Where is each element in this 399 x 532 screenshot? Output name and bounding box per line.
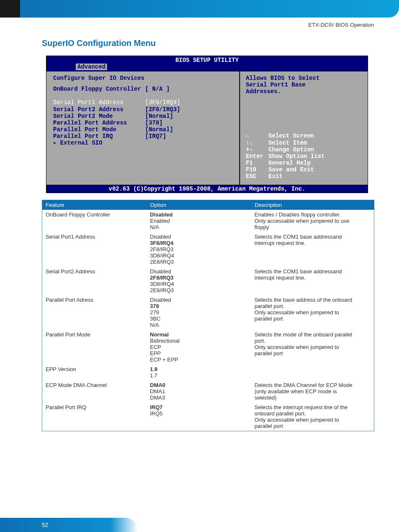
bios-nav-row: F10Save and Exit	[246, 166, 363, 173]
option-cell: Disabled	[147, 210, 251, 218]
table-row: DMA1(only available when ECP mode is	[42, 388, 374, 395]
option-cell: N/A	[147, 224, 251, 232]
bios-setting-label: Serial Port2 Address	[53, 106, 145, 113]
table-row: 378parallel port.	[42, 303, 374, 309]
bios-setting-row[interactable]: Serial Port1 Address[3F8/IRQ4]	[53, 99, 234, 106]
option-cell: Normal	[147, 330, 251, 338]
description-cell	[251, 287, 374, 295]
option-cell: Disabled	[147, 232, 251, 240]
table-row: EnabledOnly accessable when jumpered to …	[42, 218, 374, 224]
bios-setting-row[interactable]: OnBoard Floppy Controller[ N/A ]	[53, 86, 234, 92]
option-cell	[147, 423, 251, 431]
description-cell: Only accessable when jumpered to use	[251, 218, 374, 224]
page-content: SuperIO Configuration Menu BIOS SETUP UT…	[42, 38, 374, 515]
table-row: Bidirectionalport.	[42, 338, 374, 344]
bios-setting-row[interactable]: Serial Port2 Address[2F8/IRQ3]	[53, 106, 234, 113]
option-cell: Enabled	[147, 218, 251, 224]
bios-nav-desc: Show Option list	[269, 153, 325, 160]
description-cell: Only accessable when jumpered to	[251, 309, 374, 316]
option-cell: 378	[147, 303, 251, 309]
description-cell: interrupt request line.	[251, 240, 374, 246]
feature-cell: OnBoard Floppy Controller	[42, 210, 147, 218]
feature-cell: Parallel Port Adress	[42, 295, 147, 303]
feature-cell: Parallel Port Mode	[42, 330, 147, 338]
description-cell: Selects the interrupt request line of th…	[251, 402, 374, 410]
description-cell: onboard parallel port.	[251, 410, 374, 417]
feature-cell	[42, 395, 147, 402]
table-row: EPP Version1.9	[42, 364, 374, 372]
col-option: Option	[147, 200, 251, 210]
option-cell: Disabled	[147, 295, 251, 303]
description-cell	[251, 252, 374, 259]
table-row: Serial Port2 AddressDisabledSelects the …	[42, 267, 374, 275]
option-cell: 2E8/IRQ3	[147, 259, 251, 267]
bios-setting-value: [3F8/IRQ4]	[145, 99, 180, 106]
bios-help-line: Serial Port1 Base	[246, 81, 363, 88]
feature-cell	[42, 388, 147, 395]
bios-nav-row: ESCExit	[246, 173, 363, 180]
table-row: 3D8/IRQ4	[42, 252, 374, 259]
feature-cell	[42, 224, 147, 232]
feature-cell	[42, 350, 147, 356]
feature-cell	[42, 344, 147, 350]
bios-nav-row: F1General Help	[246, 160, 363, 166]
table-row: 3D8/IRQ4	[42, 281, 374, 287]
table-row: Parallel Port IRQIRQ7Selects the interru…	[42, 402, 374, 410]
feature-cell	[42, 252, 147, 259]
page-footer: 52	[0, 518, 138, 532]
description-cell: Enables / Disables floppy controller.	[251, 210, 374, 218]
description-cell: Only accessable when jumpered to	[251, 344, 374, 350]
page-top-band	[0, 0, 399, 18]
table-row: 3F8/IRQ4interrupt request line.	[42, 240, 374, 246]
feature-cell	[42, 240, 147, 246]
table-row: N/A	[42, 322, 374, 330]
feature-cell	[42, 423, 147, 431]
bios-nav-key: F1	[246, 160, 269, 166]
bios-setting-value: [Normal]	[145, 113, 173, 120]
bios-nav-row: ↑↓Select Item	[246, 140, 363, 146]
option-cell: ECP	[147, 344, 251, 350]
table-row: 279Only accessable when jumpered to	[42, 309, 374, 316]
description-cell	[251, 322, 374, 330]
bios-screenshot: BIOS SETUP UTILITY Advanced Configure Su…	[46, 56, 368, 193]
option-table: Feature Option Description OnBoard Flopp…	[42, 200, 374, 431]
description-cell: port.	[251, 338, 374, 344]
description-cell: Selects the COM1 base addressand	[251, 267, 374, 275]
description-cell: floppy	[251, 224, 374, 232]
table-row: Parallel Port AdressDisabledSelects the …	[42, 295, 374, 303]
description-cell	[251, 372, 374, 380]
bios-left-pane: Configure Super IO Devices OnBoard Flopp…	[46, 71, 239, 185]
feature-cell	[42, 356, 147, 364]
feature-cell	[42, 309, 147, 316]
description-cell	[251, 246, 374, 252]
description-cell: Selects the COM1 base addressand	[251, 232, 374, 240]
bios-setting-row[interactable]: Parallel Port IRQ[IRQ7]	[53, 133, 234, 140]
option-cell: 2E8/IRQ3	[147, 287, 251, 295]
option-cell: N/A	[147, 322, 251, 330]
description-cell	[251, 259, 374, 267]
bios-tab-advanced[interactable]: Advanced	[76, 64, 107, 70]
option-cell: 3D8/IRQ4	[147, 252, 251, 259]
bios-setting-label: OnBoard Floppy Controller	[53, 86, 145, 92]
bios-help-line: Addresses.	[246, 88, 363, 95]
bios-nav-desc: Exit	[269, 173, 283, 180]
option-cell: IRQ7	[147, 402, 251, 410]
bios-setting-label: ▸ External SIO	[53, 140, 145, 146]
bios-setting-row[interactable]: Parallel Port Mode[Normal]	[53, 126, 234, 133]
option-cell: 279	[147, 309, 251, 316]
table-row: 2E8/IRQ3	[42, 259, 374, 267]
bios-nav-row: EnterShow Option list	[246, 153, 363, 160]
bios-setting-row[interactable]: ▸ External SIO	[53, 140, 234, 146]
bios-setting-row[interactable]: Serial Port2 Mode[Normal]	[53, 113, 234, 120]
description-cell	[251, 281, 374, 287]
feature-cell	[42, 338, 147, 344]
feature-cell: ECP Mode DMA Channel	[42, 380, 147, 388]
feature-cell: Parallel Port IRQ	[42, 402, 147, 410]
option-cell: EPP	[147, 350, 251, 356]
bios-setting-label: Parallel Port Address	[53, 120, 145, 126]
bios-nav-row: +-Change Option	[246, 146, 363, 153]
option-cell: IRQ5	[147, 410, 251, 417]
bios-setting-row[interactable]: Parallel Port Address[378]	[53, 120, 234, 126]
table-row: Parallel Port ModeNormalSelects the mode…	[42, 330, 374, 338]
bios-nav-desc: Select Item	[269, 140, 307, 146]
